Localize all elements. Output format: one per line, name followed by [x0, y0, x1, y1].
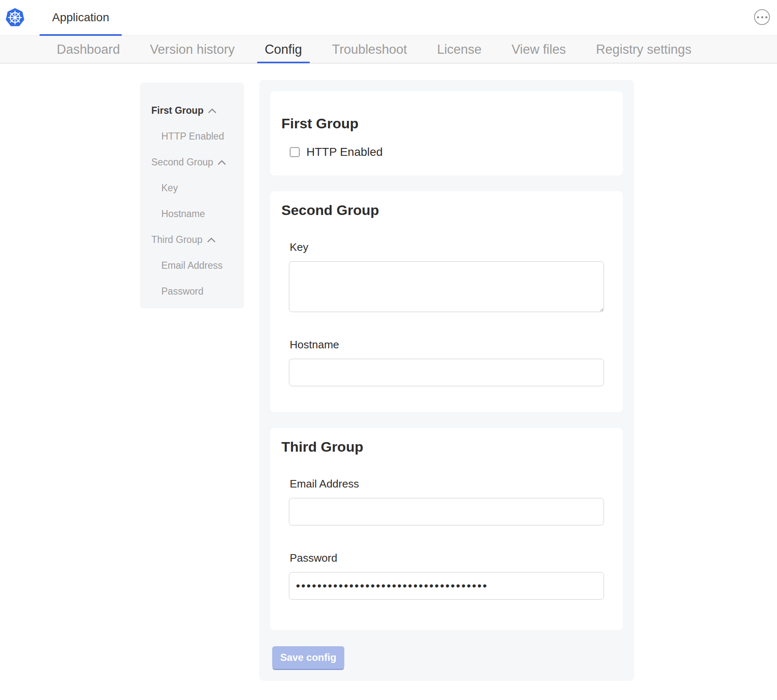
password-label: Password	[290, 551, 604, 565]
sidebar-item-key[interactable]: Key	[151, 175, 244, 201]
group-title: First Group	[281, 115, 604, 132]
http-enabled-checkbox[interactable]	[290, 147, 300, 157]
hostname-label: Hostname	[290, 338, 604, 351]
config-group-first: First Group HTTP Enabled	[270, 91, 623, 175]
sidebar-item-label: First Group	[151, 105, 203, 116]
config-panel: First Group HTTP Enabled Second Group Ke…	[259, 80, 634, 681]
sidebar-item-label: Key	[161, 182, 178, 194]
email-address-input[interactable]	[289, 498, 604, 525]
group-title: Third Group	[281, 438, 604, 455]
tab-version-history[interactable]: Version history	[135, 36, 250, 63]
hostname-input[interactable]	[289, 359, 604, 386]
tab-view-files[interactable]: View files	[496, 36, 581, 63]
config-subnav: Dashboard Version history Config Trouble…	[0, 36, 777, 63]
config-group-third: Third Group Email Address Password	[270, 428, 623, 630]
group-title: Second Group	[281, 201, 604, 219]
sidebar-item-label: Email Address	[161, 260, 223, 271]
sidebar-item-password[interactable]: Password	[151, 278, 244, 304]
sidebar-item-label: Third Group	[151, 234, 203, 245]
kubernetes-logo-icon	[5, 8, 25, 28]
sidebar-item-label: Hostname	[161, 208, 205, 220]
sidebar-item-third-group[interactable]: Third Group	[151, 227, 244, 252]
chevron-up-icon	[207, 237, 216, 242]
chevron-up-icon	[208, 108, 217, 113]
sidebar-item-email-address[interactable]: Email Address	[151, 252, 244, 278]
tab-config[interactable]: Config	[250, 36, 317, 63]
chevron-up-icon	[217, 160, 226, 165]
email-address-label: Email Address	[290, 477, 604, 490]
save-config-button[interactable]: Save config	[272, 646, 344, 669]
password-input[interactable]	[289, 572, 604, 600]
tab-license[interactable]: License	[422, 36, 496, 63]
sidebar-item-label: HTTP Enabled	[161, 131, 224, 142]
app-header: Application	[0, 0, 777, 36]
key-label: Key	[290, 240, 604, 254]
tab-troubleshoot[interactable]: Troubleshoot	[317, 36, 422, 63]
sidebar-item-hostname[interactable]: Hostname	[151, 201, 244, 227]
ellipsis-menu-button[interactable]	[754, 9, 770, 25]
sidebar-item-http-enabled[interactable]: HTTP Enabled	[151, 123, 244, 149]
sidebar-item-label: Second Group	[151, 157, 213, 168]
sidebar-item-label: Password	[161, 286, 203, 297]
tab-dashboard[interactable]: Dashboard	[42, 36, 135, 63]
tab-application[interactable]: Application	[40, 0, 122, 36]
config-group-second: Second Group Key Hostname	[270, 191, 623, 412]
key-textarea[interactable]	[289, 261, 604, 312]
sidebar-item-second-group[interactable]: Second Group	[151, 149, 244, 175]
ellipsis-dot	[757, 16, 759, 18]
config-sidebar: First Group HTTP Enabled Second Group Ke…	[140, 82, 244, 308]
ellipsis-dot	[765, 16, 767, 18]
tab-registry-settings[interactable]: Registry settings	[581, 36, 707, 63]
sidebar-item-first-group[interactable]: First Group	[151, 98, 244, 123]
checkbox-label: HTTP Enabled	[306, 145, 383, 159]
http-enabled-field[interactable]: HTTP Enabled	[290, 145, 383, 159]
ellipsis-dot	[761, 16, 763, 18]
